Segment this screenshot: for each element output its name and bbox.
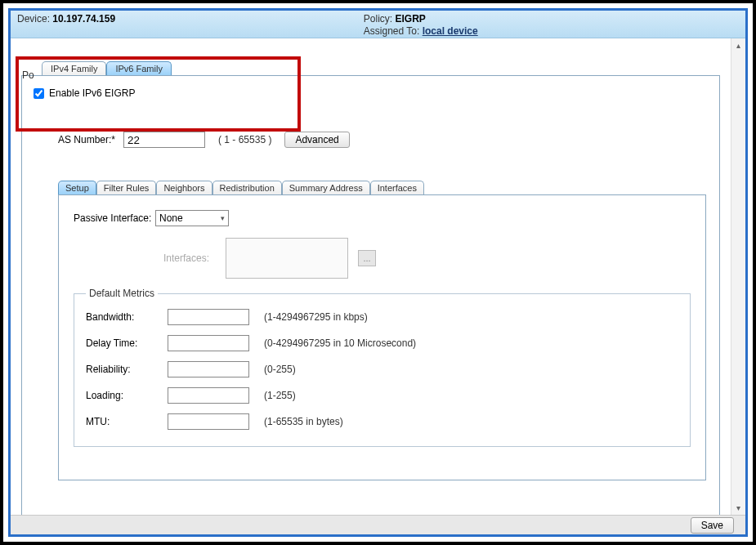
advanced-button[interactable]: Advanced <box>284 132 349 148</box>
delay-row: Delay Time: (0-4294967295 in 10 Microsec… <box>86 335 678 351</box>
scroll-up-icon[interactable]: ▴ <box>736 41 740 50</box>
as-number-label: AS Number:* <box>58 134 115 145</box>
header-left: Device: 10.197.74.159 <box>17 13 364 36</box>
tab-summary-address[interactable]: Summary Address <box>282 181 370 194</box>
loading-input[interactable] <box>168 387 249 404</box>
footer-bar: Save <box>11 515 745 534</box>
window-frame: Device: 10.197.74.159 Policy: EIGRP Assi… <box>0 0 756 545</box>
policy-label: Policy: <box>364 13 392 25</box>
default-metrics-legend: Default Metrics <box>86 288 158 299</box>
interfaces-row: Interfaces: ... <box>163 238 691 279</box>
scroll-area: IPv4 Family IPv6 Family Enable IPv6 EIGR… <box>11 38 731 515</box>
tab-ipv4-family[interactable]: IPv4 Family <box>42 61 106 75</box>
interfaces-sublabel: Interfaces: <box>163 252 226 264</box>
as-number-range: ( 1 - 65535 ) <box>218 134 271 145</box>
passive-interface-value: None <box>159 212 183 224</box>
passive-interface-select[interactable]: None ▾ <box>155 210 229 226</box>
delay-hint: (0-4294967295 in 10 Microsecond) <box>264 337 416 349</box>
tab-setup[interactable]: Setup <box>58 181 96 194</box>
bandwidth-row: Bandwidth: (1-4294967295 in kbps) <box>86 309 678 325</box>
header-bar: Device: 10.197.74.159 Policy: EIGRP Assi… <box>11 11 745 38</box>
assigned-to-label: Assigned To: <box>364 25 420 37</box>
policy-assigned-truncated: Po <box>22 69 34 81</box>
passive-interface-label: Passive Interface: <box>74 212 155 224</box>
as-number-input[interactable] <box>123 132 205 148</box>
loading-hint: (1-255) <box>264 390 296 401</box>
header-right: Policy: EIGRP Assigned To: local device <box>364 13 739 38</box>
reliability-hint: (0-255) <box>264 364 296 375</box>
as-number-row: AS Number:* ( 1 - 65535 ) Advanced <box>58 132 708 148</box>
family-tabs: IPv4 Family IPv6 Family <box>42 61 722 75</box>
bandwidth-hint: (1-4294967295 in kbps) <box>264 311 368 323</box>
device-value: 10.197.74.159 <box>52 13 115 25</box>
enable-ipv6-eigrp-label: Enable IPv6 EIGRP <box>49 87 135 99</box>
inner-tabs: Setup Filter Rules Neighbors Redistribut… <box>58 181 708 194</box>
chevron-down-icon: ▾ <box>221 214 225 222</box>
scroll-down-icon[interactable]: ▾ <box>736 503 740 512</box>
bandwidth-input[interactable] <box>168 309 249 325</box>
tab-neighbors[interactable]: Neighbors <box>156 181 212 194</box>
enable-ipv6-eigrp-checkbox[interactable] <box>34 88 44 99</box>
content-area: Po IPv4 Family IPv6 Family Enable IPv6 E… <box>11 38 745 534</box>
mtu-row: MTU: (1-65535 in bytes) <box>86 413 678 430</box>
tab-interfaces[interactable]: Interfaces <box>370 181 424 194</box>
mtu-hint: (1-65535 in bytes) <box>264 416 343 427</box>
loading-row: Loading: (1-255) <box>86 387 678 404</box>
tab-filter-rules[interactable]: Filter Rules <box>96 181 157 194</box>
tab-ipv6-family[interactable]: IPv6 Family <box>106 61 171 75</box>
interfaces-listbox[interactable] <box>226 238 348 279</box>
vertical-scrollbar[interactable]: ▴ ▾ <box>731 38 745 515</box>
passive-interface-row: Passive Interface: None ▾ <box>74 210 691 226</box>
setup-panel: Passive Interface: None ▾ Interfaces: ..… <box>58 194 706 480</box>
assigned-to-link[interactable]: local device <box>423 25 478 37</box>
reliability-label: Reliability: <box>86 364 168 375</box>
loading-label: Loading: <box>86 390 168 401</box>
enable-ipv6-row: Enable IPv6 EIGRP <box>34 87 708 99</box>
interfaces-browse-button[interactable]: ... <box>358 250 376 266</box>
delay-label: Delay Time: <box>86 337 168 349</box>
policy-value: EIGRP <box>396 13 426 25</box>
inner-frame: Device: 10.197.74.159 Policy: EIGRP Assi… <box>8 8 748 537</box>
bandwidth-label: Bandwidth: <box>86 311 168 323</box>
tab-redistribution[interactable]: Redistribution <box>212 181 282 194</box>
reliability-input[interactable] <box>168 361 249 377</box>
mtu-label: MTU: <box>86 416 168 427</box>
ipv6-family-panel: Enable IPv6 EIGRP AS Number:* ( 1 - 6553… <box>21 75 720 515</box>
default-metrics-fieldset: Default Metrics Bandwidth: (1-4294967295… <box>74 293 691 447</box>
device-label: Device: <box>17 13 50 25</box>
mtu-input[interactable] <box>168 413 249 430</box>
save-button[interactable]: Save <box>691 517 734 534</box>
delay-input[interactable] <box>168 335 249 351</box>
reliability-row: Reliability: (0-255) <box>86 361 678 377</box>
